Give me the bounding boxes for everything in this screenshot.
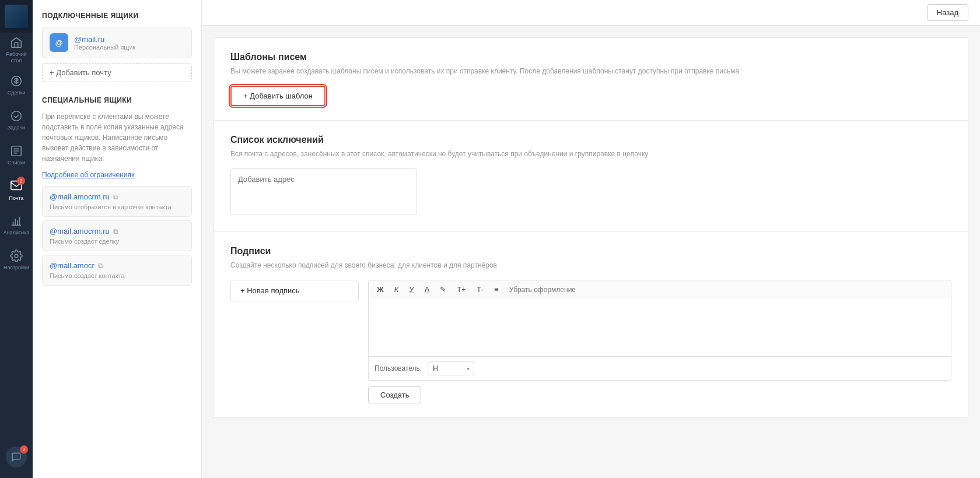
italic-button[interactable]: К xyxy=(392,284,401,295)
user-select[interactable]: Н xyxy=(428,361,474,375)
mail-item-icon: @ xyxy=(50,33,68,52)
font-size-up-button[interactable]: Т+ xyxy=(454,284,468,295)
color-button[interactable]: А xyxy=(422,284,432,295)
chart-icon xyxy=(10,215,23,227)
sidebar-item-settings[interactable]: Настройки xyxy=(0,242,33,277)
top-bar: Назад xyxy=(202,0,980,26)
signatures-layout: + Новая подпись Ж К У А ✎ Т+ Т- ≡ Убрать… xyxy=(230,280,951,403)
user-select-wrap: Н ▾ xyxy=(428,361,474,375)
add-mail-label: + Добавить почту xyxy=(50,68,111,77)
chat-badge: 2 xyxy=(20,445,28,454)
add-mail-button[interactable]: + Добавить почту xyxy=(42,63,192,82)
sidebar-item-mail[interactable]: 2 Почта xyxy=(0,173,33,208)
svg-point-1 xyxy=(12,111,22,121)
exclusions-section: Список исключений Вся почта с адресов, з… xyxy=(214,121,968,232)
signatures-desc: Создайте несколько подписей для своего б… xyxy=(230,260,951,270)
signatures-title: Подписи xyxy=(230,246,951,256)
sidebar-bottom: 2 xyxy=(6,447,27,478)
remove-format-button[interactable]: Убрать оформление xyxy=(507,284,578,295)
mail-icon-wrap: 2 xyxy=(10,179,23,193)
underline-button[interactable]: У xyxy=(407,284,416,295)
special-desc: При переписке с клиентами вы можете подс… xyxy=(42,111,192,164)
special-section: СПЕЦИАЛЬНЫЕ ЯЩИКИ При переписке с клиент… xyxy=(42,96,192,286)
content-area: Шаблоны писем Вы можете заранее создават… xyxy=(202,26,980,478)
underline-icon: У xyxy=(409,285,414,294)
check-icon xyxy=(10,110,23,122)
templates-title: Шаблоны писем xyxy=(230,52,951,62)
sidebar-item-tasks[interactable]: Задачи xyxy=(0,103,33,138)
more-link[interactable]: Подробнее об ограничениях xyxy=(42,171,192,179)
list-icon xyxy=(10,145,23,157)
chat-icon xyxy=(11,452,22,462)
mail-item-info: @mail.ru Персональный ящик xyxy=(74,35,184,51)
gear-icon xyxy=(10,249,23,262)
mail-item-type: Персональный ящик xyxy=(74,44,184,51)
add-template-button[interactable]: + Добавить шаблон xyxy=(230,86,326,106)
new-sig-label: + Новая подпись xyxy=(240,286,300,295)
copy-icon-2[interactable]: ⧉ xyxy=(113,227,118,236)
sidebar-logo xyxy=(0,0,33,33)
mail-badge: 2 xyxy=(17,177,25,185)
exclusions-desc: Вся почта с адресов, занесённых в этот с… xyxy=(230,149,951,159)
dollar-icon xyxy=(10,75,23,87)
sig-content-area[interactable] xyxy=(368,298,951,357)
special-mail-name-3: @mail.amocr xyxy=(50,261,94,270)
special-mail-desc-1: Письмо отобразится в карточке контакта xyxy=(50,203,184,210)
signatures-section: Подписи Создайте несколько подписей для … xyxy=(214,232,968,418)
templates-section: Шаблоны писем Вы можете заранее создават… xyxy=(214,37,968,121)
connected-mail-item: @ @mail.ru Персональный ящик xyxy=(42,27,192,58)
chat-button[interactable]: 2 xyxy=(6,447,27,468)
italic-icon: К xyxy=(394,285,399,294)
copy-icon-1[interactable]: ⧉ xyxy=(113,193,118,201)
signature-editor: Ж К У А ✎ Т+ Т- ≡ Убрать оформление Поль… xyxy=(368,280,951,403)
special-mail-name-2: @mail.amocrm.ru xyxy=(50,227,110,236)
bold-icon: Ж xyxy=(377,285,384,294)
sidebar-item-analytics[interactable]: Аналитика xyxy=(0,208,33,242)
mail-item-name: @mail.ru xyxy=(74,35,184,44)
special-mail-desc-2: Письмо создаст сделку xyxy=(50,238,184,245)
user-label: Пользователь: xyxy=(374,364,422,372)
font-size-down-button[interactable]: Т- xyxy=(474,284,486,295)
home-icon xyxy=(10,36,23,49)
highlight-button[interactable]: ✎ xyxy=(438,284,449,295)
back-button[interactable]: Назад xyxy=(927,4,968,21)
connected-section-title: ПОДКЛЮЧЕННЫЕ ЯЩИКИ xyxy=(42,12,192,20)
special-mail-name-1: @mail.amocrm.ru xyxy=(50,192,110,201)
left-panel: ПОДКЛЮЧЕННЫЕ ЯЩИКИ @ @mail.ru Персональн… xyxy=(33,0,202,478)
copy-icon-3[interactable]: ⧉ xyxy=(98,262,103,270)
sig-footer: Пользователь: Н ▾ xyxy=(368,357,951,381)
special-mail-item-2: @mail.amocrm.ru ⧉ Письмо создаст сделку xyxy=(42,220,192,251)
exclusions-title: Список исключений xyxy=(230,135,951,145)
special-section-title: СПЕЦИАЛЬНЫЕ ЯЩИКИ xyxy=(42,96,192,104)
sidebar-item-workspace[interactable]: Рабочий стол xyxy=(0,33,33,68)
sidebar: Рабочий стол Сделки Задачи Списки 2 xyxy=(0,0,33,478)
special-mail-item-3: @mail.amocr ⧉ Письмо создаст контакта xyxy=(42,255,192,286)
exclusion-input[interactable] xyxy=(230,168,417,215)
special-mail-desc-3: Письмо создаст контакта xyxy=(50,272,184,279)
main-content: Назад Шаблоны писем Вы можете заранее со… xyxy=(202,0,980,478)
align-button[interactable]: ≡ xyxy=(492,284,501,295)
bold-button[interactable]: Ж xyxy=(374,284,386,295)
create-button[interactable]: Создать xyxy=(368,386,421,403)
sidebar-item-lists[interactable]: Списки xyxy=(0,138,33,173)
svg-point-4 xyxy=(15,254,18,258)
special-mail-item-1: @mail.amocrm.ru ⧉ Письмо отобразится в к… xyxy=(42,186,192,217)
app-logo xyxy=(5,5,28,28)
add-template-label: + Добавить шаблон xyxy=(243,92,313,100)
sidebar-item-deals[interactable]: Сделки xyxy=(0,68,33,103)
sig-toolbar: Ж К У А ✎ Т+ Т- ≡ Убрать оформление xyxy=(368,280,951,298)
signatures-list: + Новая подпись xyxy=(230,280,359,301)
new-signature-button[interactable]: + Новая подпись xyxy=(230,280,359,301)
templates-desc: Вы можете заранее создавать шаблоны писе… xyxy=(230,66,951,76)
